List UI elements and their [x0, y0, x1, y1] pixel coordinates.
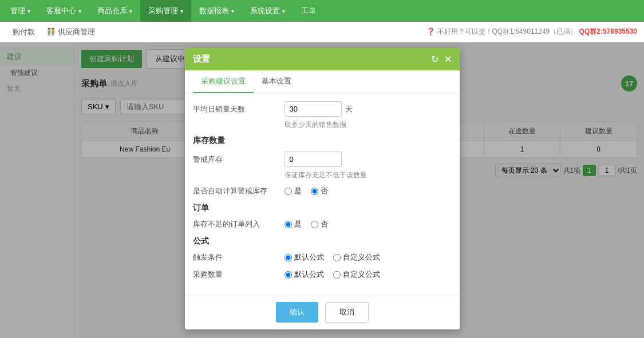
alert-stock-label: 警戒库存	[193, 154, 285, 165]
subnav-supplier[interactable]: 🧑‍🤝‍🧑 供应商管理	[41, 27, 101, 37]
nav-item-reports[interactable]: 数据报表 ▾	[191, 0, 242, 22]
trigger-default-radio[interactable]	[285, 254, 292, 261]
qq-group2-link[interactable]: QQ群2:576935530	[579, 27, 637, 35]
nav-item-purchase[interactable]: 采购管理 ▾	[140, 0, 191, 22]
stock-shortage-no-radio[interactable]	[311, 221, 318, 228]
confirm-button[interactable]: 确认	[276, 302, 318, 323]
nav-arrow: ▾	[180, 8, 183, 14]
dialog-title: 设置	[193, 54, 210, 65]
stock-shortage-row: 库存不足的订单列入 是 否	[193, 219, 452, 229]
purchase-custom-radio[interactable]	[333, 271, 341, 279]
nav-arrow: ▾	[78, 8, 81, 14]
alert-stock-hint: 保证库存充足不低于该数量	[285, 170, 452, 180]
nav-arrow: ▾	[231, 8, 234, 14]
purchase-default-radio[interactable]	[285, 271, 292, 279]
settings-dialog: 设置 ↻ ✕ 采购建议设置 基本设置 平均日销量天数	[185, 48, 460, 329]
sub-nav: 购付款 🧑‍🤝‍🧑 供应商管理 ❓ 不好用？可以提！QQ群1:549011249…	[0, 22, 644, 42]
auto-calc-label: 是否自动计算警戒库存	[193, 186, 285, 196]
dialog-close-icon[interactable]: ✕	[444, 54, 452, 65]
nav-item-settings[interactable]: 系统设置 ▾	[242, 0, 293, 22]
stock-section-title: 库存数量	[193, 136, 452, 146]
avg-days-hint: 取多少天的销售数据	[285, 120, 452, 130]
tab-basic-settings[interactable]: 基本设置	[254, 70, 299, 93]
trigger-custom-option[interactable]: 自定义公式	[333, 252, 380, 263]
order-section-title: 订单	[193, 203, 452, 213]
dialog-header: 设置 ↻ ✕	[185, 48, 460, 70]
top-nav: 管理 ▾ 客服中心 ▾ 商品仓库 ▾ 采购管理 ▾ 数据报表 ▾ 系统设置 ▾ …	[0, 0, 644, 22]
dialog-tabs: 采购建议设置 基本设置	[185, 70, 460, 93]
tab-purchase-suggestion[interactable]: 采购建议设置	[193, 70, 254, 93]
nav-arrow: ▾	[27, 8, 30, 14]
nav-item-manage[interactable]: 管理 ▾	[2, 0, 38, 22]
subnav-payment[interactable]: 购付款	[7, 27, 41, 37]
stock-shortage-yes-option[interactable]: 是	[285, 219, 302, 229]
nav-arrow: ▾	[129, 8, 132, 14]
trigger-cond-row: 触发条件 默认公式 自定义公式	[193, 252, 452, 263]
auto-calc-yes-radio[interactable]	[285, 188, 292, 195]
trigger-default-option[interactable]: 默认公式	[285, 252, 324, 263]
alert-stock-input[interactable]	[285, 152, 342, 167]
trigger-cond-label: 触发条件	[193, 252, 285, 263]
trigger-cond-radio-group: 默认公式 自定义公式	[285, 252, 380, 263]
trigger-custom-radio[interactable]	[333, 254, 341, 261]
auto-calc-row: 是否自动计算警戒库存 是 否	[193, 186, 452, 196]
main-area: 建议 智能建议 暂无 创建采购计划 从建议中创建 生成采购建议 ⚙ 设置 采购单…	[0, 42, 644, 338]
stock-shortage-label: 库存不足的订单列入	[193, 219, 285, 229]
sub-nav-help: ❓ 不好用？可以提！QQ群1:549011249（已满） QQ群2:576935…	[426, 27, 637, 37]
auto-calc-no-radio[interactable]	[311, 188, 318, 195]
avg-days-label: 平均日销量天数	[193, 104, 285, 114]
nav-item-warehouse[interactable]: 商品仓库 ▾	[89, 0, 140, 22]
cancel-button[interactable]: 取消	[325, 302, 369, 323]
auto-calc-no-option[interactable]: 否	[311, 186, 328, 196]
formula-section-title: 公式	[193, 236, 452, 246]
dialog-footer: 确认 取消	[185, 295, 460, 329]
dialog-icons: ↻ ✕	[431, 54, 452, 65]
nav-item-workorder[interactable]: 工单	[293, 0, 324, 22]
stock-shortage-yes-radio[interactable]	[285, 221, 292, 228]
avg-days-input[interactable]	[285, 101, 342, 117]
purchase-custom-option[interactable]: 自定义公式	[333, 269, 380, 280]
stock-shortage-no-option[interactable]: 否	[311, 219, 328, 229]
purchase-qty-label: 采购数量	[193, 269, 285, 280]
nav-arrow: ▾	[282, 8, 285, 14]
purchase-default-option[interactable]: 默认公式	[285, 269, 324, 280]
stock-shortage-radio-group: 是 否	[285, 219, 328, 229]
avg-days-row: 平均日销量天数 天	[193, 101, 452, 117]
alert-stock-row: 警戒库存	[193, 152, 452, 167]
auto-calc-yes-option[interactable]: 是	[285, 186, 302, 196]
dialog-refresh-icon[interactable]: ↻	[431, 54, 438, 65]
overlay: 设置 ↻ ✕ 采购建议设置 基本设置 平均日销量天数	[0, 42, 644, 338]
auto-calc-radio-group: 是 否	[285, 186, 328, 196]
purchase-qty-radio-group: 默认公式 自定义公式	[285, 269, 380, 280]
avg-days-unit: 天	[345, 104, 353, 114]
purchase-qty-row: 采购数量 默认公式 自定义公式	[193, 269, 452, 280]
dialog-body: 平均日销量天数 天 取多少天的销售数据 库存数量 警戒库存 保证库存充足不低于该…	[185, 93, 460, 295]
nav-item-customer[interactable]: 客服中心 ▾	[38, 0, 89, 22]
